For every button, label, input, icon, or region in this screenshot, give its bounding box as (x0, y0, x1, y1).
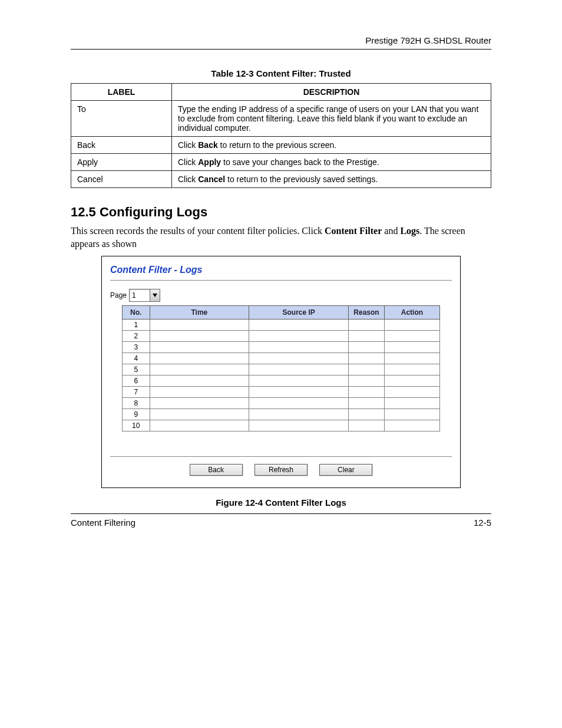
table-row: Apply Click Apply to save your changes b… (71, 154, 491, 171)
content-filter-logs-panel: Content Filter - Logs Page 1 No. Time So… (101, 256, 461, 488)
cell-time (150, 375, 249, 387)
cell-time (150, 331, 249, 342)
desc-text: to save your changes back to the Prestig… (221, 157, 379, 167)
cell-source_ip (249, 387, 349, 398)
footer-left: Content Filtering (71, 518, 135, 528)
cell-source_ip (249, 342, 349, 353)
back-button[interactable]: Back (190, 464, 243, 476)
page-label: Page (110, 291, 127, 299)
cell-reason (349, 353, 385, 364)
cell-action (384, 364, 439, 375)
col-header-label: LABEL (71, 84, 172, 101)
chevron-down-icon (150, 289, 160, 301)
table-row: 10 (123, 420, 440, 431)
body-bold: Logs (400, 226, 419, 236)
table-row: 2 (123, 331, 440, 342)
page-dropdown-value: 1 (130, 289, 150, 301)
col-header-no: No. (123, 306, 150, 319)
description-table: LABEL DESCRIPTION To Type the ending IP … (71, 83, 491, 188)
cell-reason (349, 319, 385, 331)
page-selector-row: Page 1 (110, 289, 452, 302)
cell-source_ip (249, 364, 349, 375)
cell-time (150, 398, 249, 409)
cell-no: 10 (123, 420, 150, 431)
svg-marker-0 (153, 294, 157, 297)
col-header-source-ip: Source IP (249, 306, 349, 319)
cell-source_ip (249, 375, 349, 387)
col-header-action: Action (384, 306, 439, 319)
cell-action (384, 387, 439, 398)
desc-bold: Cancel (198, 174, 225, 184)
cell-action (384, 319, 439, 331)
desc-text: Click (178, 157, 198, 167)
cell-time (150, 342, 249, 353)
cell-label: Cancel (71, 171, 172, 188)
table-row: 6 (123, 375, 440, 387)
body-bold: Content Filter (325, 226, 382, 236)
cell-reason (349, 409, 385, 420)
cell-action (384, 342, 439, 353)
cell-action (384, 375, 439, 387)
cell-time (150, 353, 249, 364)
cell-source_ip (249, 420, 349, 431)
body-text: and (382, 226, 400, 236)
cell-source_ip (249, 319, 349, 331)
desc-text: Click (178, 140, 198, 150)
figure-caption: Figure 12-4 Content Filter Logs (71, 498, 491, 508)
button-row: Back Refresh Clear (110, 464, 452, 476)
page-dropdown[interactable]: 1 (129, 289, 160, 302)
desc-text: Click (178, 174, 198, 184)
page-footer: Content Filtering 12-5 (71, 513, 491, 528)
table-row: To Type the ending IP address of a speci… (71, 101, 491, 137)
cell-no: 6 (123, 375, 150, 387)
section-heading: 12.5 Configuring Logs (71, 205, 491, 220)
cell-no: 2 (123, 331, 150, 342)
cell-source_ip (249, 353, 349, 364)
cell-reason (349, 398, 385, 409)
cell-action (384, 420, 439, 431)
cell-action (384, 331, 439, 342)
cell-action (384, 409, 439, 420)
cell-description: Type the ending IP address of a specific… (172, 101, 491, 137)
cell-description: Click Apply to save your changes back to… (172, 154, 491, 171)
cell-label: Back (71, 137, 172, 154)
cell-time (150, 420, 249, 431)
cell-label: Apply (71, 154, 172, 171)
cell-description: Click Cancel to return to the previously… (172, 171, 491, 188)
divider (110, 280, 452, 281)
table-row: 4 (123, 353, 440, 364)
divider (110, 456, 452, 457)
cell-reason (349, 420, 385, 431)
cell-reason (349, 364, 385, 375)
running-head: Prestige 792H G.SHDSL Router (71, 35, 491, 50)
cell-no: 8 (123, 398, 150, 409)
table-row: 7 (123, 387, 440, 398)
cell-no: 7 (123, 387, 150, 398)
cell-source_ip (249, 409, 349, 420)
desc-bold: Back (198, 140, 217, 150)
desc-text: to return to the previously saved settin… (225, 174, 378, 184)
panel-title: Content Filter - Logs (110, 265, 452, 279)
footer-right: 12-5 (474, 518, 491, 528)
table-caption: Table 12-3 Content Filter: Trusted (71, 68, 491, 78)
col-header-reason: Reason (349, 306, 385, 319)
col-header-description: DESCRIPTION (172, 84, 491, 101)
table-row: 3 (123, 342, 440, 353)
cell-source_ip (249, 331, 349, 342)
cell-action (384, 353, 439, 364)
cell-label: To (71, 101, 172, 137)
cell-no: 5 (123, 364, 150, 375)
cell-no: 1 (123, 319, 150, 331)
cell-time (150, 387, 249, 398)
section-body: This screen records the results of your … (71, 225, 491, 250)
col-header-time: Time (150, 306, 249, 319)
cell-no: 4 (123, 353, 150, 364)
cell-time (150, 364, 249, 375)
cell-reason (349, 342, 385, 353)
table-row: 5 (123, 364, 440, 375)
table-row: 8 (123, 398, 440, 409)
desc-bold: Apply (198, 157, 221, 167)
clear-button[interactable]: Clear (319, 464, 372, 476)
refresh-button[interactable]: Refresh (254, 464, 308, 476)
desc-text: to return to the previous screen. (218, 140, 337, 150)
